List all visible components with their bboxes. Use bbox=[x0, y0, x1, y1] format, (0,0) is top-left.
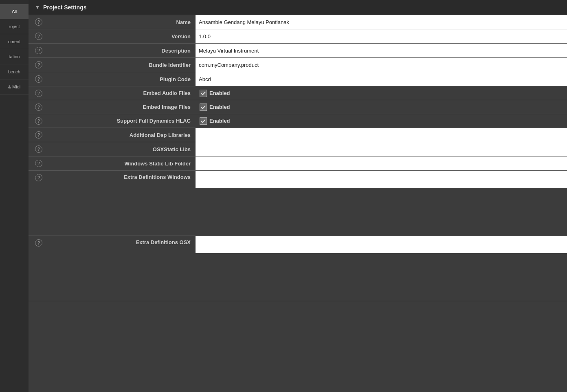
label-windows-static: Windows Static Lib Folder bbox=[49, 156, 196, 170]
row-embed-audio: ? Embed Audio Files Enabled bbox=[29, 86, 567, 100]
textarea-extra-def-osx[interactable] bbox=[196, 236, 567, 253]
row-additional-dsp: ? Additional Dsp Libraries bbox=[29, 128, 567, 142]
help-extra-def-windows: ? bbox=[29, 171, 49, 184]
help-icon-windows-static[interactable]: ? bbox=[35, 160, 42, 167]
row-plugin-code: ? Plugin Code bbox=[29, 72, 567, 86]
label-extra-def-osx: Extra Definitions OSX bbox=[49, 236, 196, 248]
value-extra-def-windows bbox=[196, 171, 567, 188]
value-osx-static bbox=[196, 142, 567, 156]
input-osx-static[interactable] bbox=[196, 142, 567, 156]
sidebar-item-station[interactable]: tation bbox=[0, 49, 29, 64]
panel-header: ▼ Project Settings bbox=[29, 0, 567, 15]
value-additional-dsp bbox=[196, 128, 567, 142]
help-embed-audio: ? bbox=[29, 86, 49, 100]
label-embed-image: Embed Image Files bbox=[49, 100, 196, 114]
checkbox-icon-embed-audio[interactable] bbox=[200, 90, 207, 97]
help-icon-extra-def-osx[interactable]: ? bbox=[35, 239, 42, 247]
help-additional-dsp: ? bbox=[29, 128, 49, 142]
main-content: ▼ Project Settings ? Name ? Version ? De… bbox=[29, 0, 567, 392]
sidebar-item-all[interactable]: All bbox=[0, 4, 29, 19]
sidebar-item-bench[interactable]: bench bbox=[0, 64, 29, 79]
help-icon-osx-static[interactable]: ? bbox=[35, 145, 42, 153]
input-version[interactable] bbox=[196, 29, 567, 43]
help-icon-additional-dsp[interactable]: ? bbox=[35, 131, 42, 139]
label-description: Description bbox=[49, 44, 196, 57]
help-icon-name[interactable]: ? bbox=[35, 18, 42, 26]
help-icon-description[interactable]: ? bbox=[35, 47, 42, 54]
row-support-dynamics: ? Support Full Dynamics HLAC Enabled bbox=[29, 114, 567, 128]
row-windows-static: ? Windows Static Lib Folder bbox=[29, 156, 567, 171]
help-embed-image: ? bbox=[29, 100, 49, 114]
row-version: ? Version bbox=[29, 29, 567, 44]
help-version: ? bbox=[29, 29, 49, 43]
help-icon-version[interactable]: ? bbox=[35, 33, 42, 40]
help-icon-support-dynamics[interactable]: ? bbox=[35, 117, 42, 125]
help-windows-static: ? bbox=[29, 156, 49, 170]
row-name: ? Name bbox=[29, 15, 567, 29]
label-additional-dsp: Additional Dsp Libraries bbox=[49, 128, 196, 142]
sidebar-item-midi[interactable]: & Midi bbox=[0, 79, 29, 95]
help-icon-embed-image[interactable]: ? bbox=[35, 104, 42, 111]
label-embed-audio: Embed Audio Files bbox=[49, 86, 196, 100]
help-plugin-code: ? bbox=[29, 72, 49, 86]
input-bundle-identifier[interactable] bbox=[196, 58, 567, 72]
value-bundle-identifier bbox=[196, 58, 567, 72]
help-bundle-identifier: ? bbox=[29, 58, 49, 72]
checkbox-label-embed-audio: Enabled bbox=[209, 90, 230, 96]
checkbox-icon-embed-image[interactable] bbox=[200, 104, 207, 111]
help-icon-plugin-code[interactable]: ? bbox=[35, 75, 42, 83]
help-osx-static: ? bbox=[29, 142, 49, 156]
value-embed-image: Enabled bbox=[196, 100, 567, 114]
row-extra-def-windows: ? Extra Definitions Windows bbox=[29, 171, 567, 236]
value-windows-static bbox=[196, 156, 567, 170]
input-plugin-code[interactable] bbox=[196, 72, 567, 86]
checkbox-embed-audio: Enabled bbox=[196, 90, 567, 97]
value-plugin-code bbox=[196, 72, 567, 86]
sidebar-item-project[interactable]: roject bbox=[0, 19, 29, 34]
input-additional-dsp[interactable] bbox=[196, 128, 567, 142]
checkbox-label-embed-image: Enabled bbox=[209, 104, 230, 110]
label-bundle-identifier: Bundle Identifier bbox=[49, 58, 196, 72]
input-description[interactable] bbox=[196, 44, 567, 57]
label-osx-static: OSXStatic Libs bbox=[49, 142, 196, 156]
row-osx-static: ? OSXStatic Libs bbox=[29, 142, 567, 156]
value-version bbox=[196, 29, 567, 43]
help-icon-extra-def-windows[interactable]: ? bbox=[35, 174, 42, 181]
value-support-dynamics: Enabled bbox=[196, 114, 567, 128]
sidebar: All roject oment tation bench & Midi bbox=[0, 0, 29, 392]
label-extra-def-windows: Extra Definitions Windows bbox=[49, 171, 196, 183]
panel-title: Project Settings bbox=[43, 4, 87, 11]
row-bundle-identifier: ? Bundle Identifier bbox=[29, 58, 567, 72]
textarea-extra-def-windows[interactable] bbox=[196, 171, 567, 188]
checkbox-support-dynamics: Enabled bbox=[196, 117, 567, 125]
help-description: ? bbox=[29, 44, 49, 57]
help-icon-embed-audio[interactable]: ? bbox=[35, 90, 42, 97]
value-name bbox=[196, 15, 567, 29]
row-description: ? Description bbox=[29, 44, 567, 58]
help-name: ? bbox=[29, 15, 49, 29]
help-support-dynamics: ? bbox=[29, 114, 49, 128]
label-version: Version bbox=[49, 29, 196, 43]
help-icon-bundle-identifier[interactable]: ? bbox=[35, 61, 42, 68]
row-embed-image: ? Embed Image Files Enabled bbox=[29, 100, 567, 114]
collapse-icon[interactable]: ▼ bbox=[35, 4, 40, 10]
label-support-dynamics: Support Full Dynamics HLAC bbox=[49, 114, 196, 128]
input-windows-static[interactable] bbox=[196, 156, 567, 170]
value-extra-def-osx bbox=[196, 236, 567, 253]
value-description bbox=[196, 44, 567, 57]
input-name[interactable] bbox=[196, 15, 567, 29]
label-name: Name bbox=[49, 15, 196, 29]
value-embed-audio: Enabled bbox=[196, 86, 567, 100]
checkbox-embed-image: Enabled bbox=[196, 104, 567, 111]
row-extra-def-osx: ? Extra Definitions OSX bbox=[29, 236, 567, 301]
sidebar-item-moment[interactable]: oment bbox=[0, 34, 29, 49]
checkbox-icon-support-dynamics[interactable] bbox=[200, 117, 207, 125]
checkbox-label-support-dynamics: Enabled bbox=[209, 118, 230, 124]
label-plugin-code: Plugin Code bbox=[49, 72, 196, 86]
help-extra-def-osx: ? bbox=[29, 236, 49, 249]
